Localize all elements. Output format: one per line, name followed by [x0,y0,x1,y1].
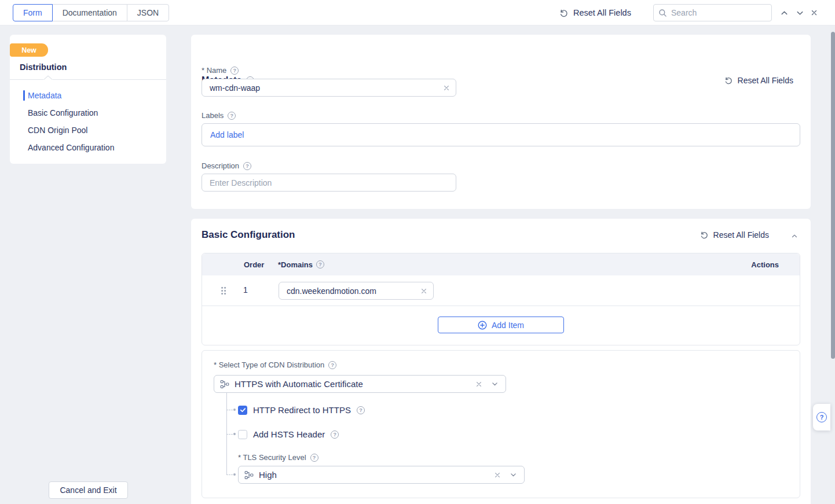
http-redirect-checkbox[interactable] [238,406,247,415]
tab-form[interactable]: Form [13,4,53,21]
domains-help-icon[interactable]: ? [316,260,324,268]
help-flyout-button[interactable]: ? [813,404,830,431]
http-redirect-label: HTTP Redirect to HTTPS [253,405,351,415]
basic-configuration-header: Basic Configuration [202,229,295,241]
reset-all-fields-label: Reset All Fields [573,8,631,17]
tab-json[interactable]: JSON [127,4,169,21]
cdn-type-value: HTTPS with Automatic Certificate [235,379,470,389]
column-order: Order [244,253,264,275]
search-prev-button[interactable] [780,0,789,25]
search-input[interactable] [671,8,758,17]
metadata-section-card: Metadata ? Reset All Fields * Name ? Lab… [191,35,811,209]
tree-connector-dot [233,409,236,411]
tree-connector-dot [233,433,236,435]
reset-label: Reset All Fields [738,76,793,85]
top-toolbar: Form Documentation JSON Reset All Fields [0,0,835,25]
domains-table-header: Order *Domains ? Actions [202,253,800,275]
clear-tls-icon[interactable] [494,472,501,479]
plus-circle-icon [478,321,487,330]
close-icon [810,9,818,17]
labels-box[interactable]: Add label [202,123,800,146]
hsts-label: Add HSTS Header [253,429,325,439]
search-next-button[interactable] [796,0,804,25]
hsts-help-icon[interactable]: ? [331,431,339,439]
view-tab-group: Form Documentation JSON [13,4,169,21]
tree-connector [226,474,233,475]
search-icon [658,9,667,17]
hsts-row: Add HSTS Header ? [238,429,339,439]
oneof-selector-icon [244,470,254,480]
sidebar-item-cdn-origin-pool[interactable]: CDN Origin Pool [10,122,166,139]
name-help-icon[interactable]: ? [230,67,239,75]
tls-level-select[interactable]: High [238,466,525,484]
tls-help-icon[interactable]: ? [310,454,318,462]
tab-documentation[interactable]: Documentation [52,4,127,21]
tree-connector [226,410,233,410]
basic-reset-all-fields-button[interactable]: Reset All Fields [700,230,769,240]
name-input-wrap [202,79,456,97]
hsts-checkbox[interactable] [238,430,247,439]
new-status-badge: New [10,43,48,57]
add-item-button[interactable]: Add Item [438,317,564,333]
domain-input-wrap [279,282,434,300]
tls-level-value: High [259,470,489,480]
description-input[interactable] [210,178,450,187]
form-nav-sidebar: New Distribution Metadata Basic Configur… [10,35,166,164]
section-nav: Metadata Basic Configuration CDN Origin … [10,87,166,156]
add-item-label: Add Item [492,321,524,330]
domains-table: Order *Domains ? Actions 1 [202,253,800,345]
clear-cdn-type-icon[interactable] [475,381,482,388]
sidebar-item-basic-configuration[interactable]: Basic Configuration [10,104,166,122]
object-type-title: Distribution [20,62,67,72]
cancel-and-exit-button[interactable]: Cancel and Exit [49,481,128,499]
column-actions: Actions [751,253,779,275]
order-cell: 1 [243,285,248,295]
tree-connector [226,434,233,435]
description-help-icon[interactable]: ? [243,162,251,170]
labels-field-label: Labels ? [202,111,236,120]
select-chevron-down-icon[interactable] [510,471,517,479]
reset-label: Reset All Fields [713,230,769,240]
clear-name-icon[interactable] [443,84,450,91]
collapse-section-button[interactable] [791,233,798,240]
select-chevron-down-icon[interactable] [491,380,499,388]
divider-caret-icon [43,75,53,80]
sidebar-divider [10,79,166,80]
name-input[interactable] [210,83,443,93]
labels-help-icon[interactable]: ? [228,112,236,120]
sidebar-item-advanced-configuration[interactable]: Advanced Configuration [10,139,166,156]
clear-domain-icon[interactable] [420,288,427,295]
search-close-button[interactable] [810,0,818,25]
tree-connector-dot [233,473,236,476]
reset-icon [559,8,569,18]
column-domains: *Domains ? [278,253,324,275]
http-redirect-help-icon[interactable]: ? [357,406,365,414]
chevron-down-icon [796,9,804,17]
name-field-label: * Name ? [202,66,239,75]
drag-handle-icon[interactable] [220,286,227,296]
description-input-wrap [202,174,456,192]
description-field-label: Description ? [202,161,251,170]
cdn-type-subcard: * Select Type of CDN Distribution ? HTTP… [202,350,800,498]
reset-icon [700,230,709,240]
scrollbar-thumb[interactable] [831,32,835,359]
cdn-type-label: * Select Type of CDN Distribution ? [214,360,336,369]
metadata-reset-all-fields-button[interactable]: Reset All Fields [724,76,793,85]
add-label-link[interactable]: Add label [210,130,244,139]
chevron-up-icon [791,233,798,240]
domain-input[interactable] [287,286,420,296]
reset-all-fields-button[interactable]: Reset All Fields [559,0,631,25]
help-icon: ? [816,412,827,422]
reset-icon [724,76,733,85]
check-icon [240,407,246,413]
sidebar-item-metadata[interactable]: Metadata [10,87,166,104]
search-box[interactable] [653,4,772,21]
cdn-type-help-icon[interactable]: ? [328,361,336,369]
table-row: 1 [202,275,800,306]
chevron-up-icon [780,9,789,17]
basic-configuration-section-card: Basic Configuration Reset All Fields Ord… [191,219,811,504]
cdn-type-select[interactable]: HTTPS with Automatic Certificate [214,375,506,393]
oneof-selector-icon [220,380,229,389]
tls-level-label: * TLS Security Level ? [238,453,318,462]
http-redirect-row: HTTP Redirect to HTTPS ? [238,405,365,415]
